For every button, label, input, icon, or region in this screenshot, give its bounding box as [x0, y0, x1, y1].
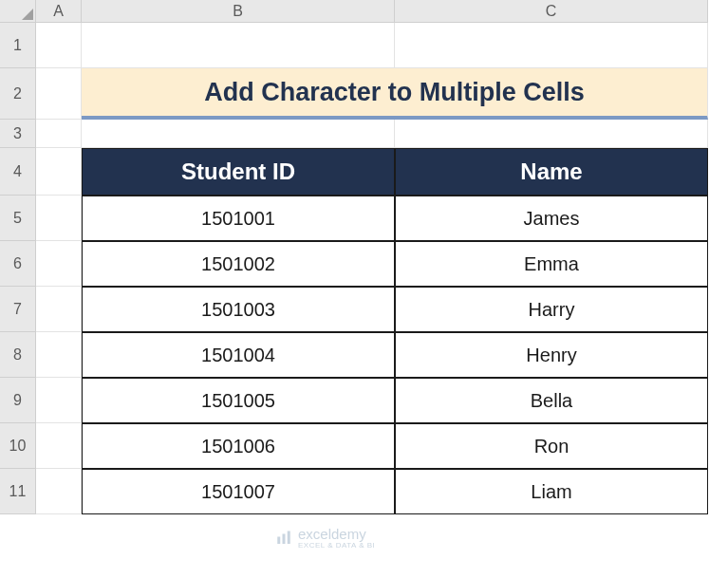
cell-b1[interactable]	[82, 23, 395, 68]
svg-rect-0	[277, 537, 280, 545]
table-cell-id[interactable]: 1501006	[82, 423, 395, 469]
table-cell-name[interactable]: Bella	[395, 378, 708, 423]
column-header-name[interactable]: Name	[395, 148, 708, 196]
cell-a7[interactable]	[36, 287, 82, 332]
watermark-icon	[275, 530, 292, 547]
svg-rect-1	[283, 534, 286, 545]
cell-a10[interactable]	[36, 423, 82, 469]
table-cell-name[interactable]: Liam	[395, 469, 708, 514]
watermark-brand: exceldemy	[298, 527, 375, 541]
row-header-5[interactable]: 5	[0, 196, 36, 241]
column-header-student-id[interactable]: Student ID	[82, 148, 395, 196]
row-header-4[interactable]: 4	[0, 148, 36, 196]
table-cell-id[interactable]: 1501004	[82, 332, 395, 378]
cell-a11[interactable]	[36, 469, 82, 514]
select-all-corner[interactable]	[0, 0, 36, 23]
table-cell-id[interactable]: 1501003	[82, 287, 395, 332]
row-header-1[interactable]: 1	[0, 23, 36, 68]
row-header-3[interactable]: 3	[0, 120, 36, 148]
col-header-c[interactable]: C	[395, 0, 708, 23]
watermark-text-wrap: exceldemy EXCEL & DATA & BI	[298, 527, 375, 550]
row-header-8[interactable]: 8	[0, 332, 36, 378]
cell-b3[interactable]	[82, 120, 395, 148]
table-cell-id[interactable]: 1501007	[82, 469, 395, 514]
watermark: exceldemy EXCEL & DATA & BI	[275, 527, 375, 550]
cell-a9[interactable]	[36, 378, 82, 423]
table-cell-name[interactable]: James	[395, 196, 708, 241]
col-header-a[interactable]: A	[36, 0, 82, 23]
cell-a5[interactable]	[36, 196, 82, 241]
svg-rect-2	[288, 531, 290, 545]
cell-c1[interactable]	[395, 23, 708, 68]
cell-a2[interactable]	[36, 68, 82, 120]
table-cell-name[interactable]: Emma	[395, 241, 708, 287]
table-cell-id[interactable]: 1501001	[82, 196, 395, 241]
col-header-b[interactable]: B	[82, 0, 395, 23]
cell-a1[interactable]	[36, 23, 82, 68]
cell-c3[interactable]	[395, 120, 708, 148]
table-cell-id[interactable]: 1501002	[82, 241, 395, 287]
table-cell-name[interactable]: Ron	[395, 423, 708, 469]
cell-a3[interactable]	[36, 120, 82, 148]
row-header-2[interactable]: 2	[0, 68, 36, 120]
row-header-11[interactable]: 11	[0, 469, 36, 514]
row-header-10[interactable]: 10	[0, 423, 36, 469]
cell-a6[interactable]	[36, 241, 82, 287]
row-header-6[interactable]: 6	[0, 241, 36, 287]
table-title[interactable]: Add Character to Multiple Cells	[82, 68, 708, 120]
table-cell-name[interactable]: Henry	[395, 332, 708, 378]
row-header-7[interactable]: 7	[0, 287, 36, 332]
watermark-tagline: EXCEL & DATA & BI	[298, 541, 375, 550]
table-cell-id[interactable]: 1501005	[82, 378, 395, 423]
cell-a8[interactable]	[36, 332, 82, 378]
row-header-9[interactable]: 9	[0, 378, 36, 423]
spreadsheet-grid: A B C 1 2 Add Character to Multiple Cell…	[0, 0, 728, 514]
table-cell-name[interactable]: Harry	[395, 287, 708, 332]
cell-a4[interactable]	[36, 148, 82, 196]
